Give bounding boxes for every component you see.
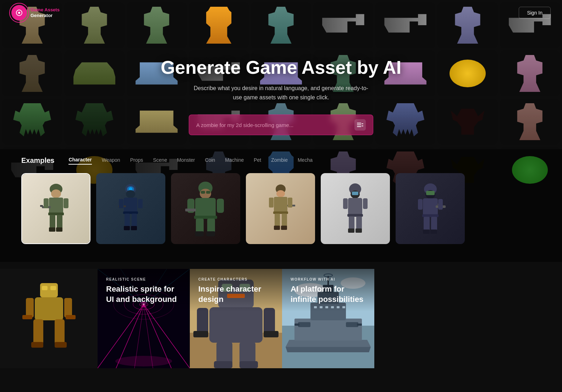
navbar: Game Assets Generator Sign In <box>0 0 562 26</box>
svg-rect-138 <box>294 324 299 326</box>
sign-in-button[interactable]: Sign In <box>519 7 551 19</box>
svg-rect-54 <box>269 198 274 208</box>
svg-rect-6 <box>362 126 363 126</box>
svg-rect-23 <box>124 198 137 212</box>
svg-rect-48 <box>273 211 288 214</box>
hero-subtitle: Describe what you desire in natural lang… <box>0 84 562 102</box>
svg-rect-73 <box>431 217 437 231</box>
character-sprite-5 <box>338 181 372 236</box>
svg-point-109 <box>115 356 172 366</box>
feature-card-workflow[interactable]: WORKFLOW WITH AI AI platform for infinit… <box>282 269 374 368</box>
svg-rect-78 <box>418 199 423 210</box>
svg-rect-52 <box>281 226 287 230</box>
feature-card-content-3: WORKFLOW WITH AI AI platform for infinit… <box>282 269 374 313</box>
feature-title-2: Inspire character design <box>198 284 274 304</box>
svg-rect-25 <box>125 214 130 227</box>
svg-rect-12 <box>57 215 62 228</box>
svg-rect-63 <box>348 228 354 233</box>
svg-point-33 <box>200 189 211 199</box>
svg-rect-65 <box>343 198 348 209</box>
svg-rect-34 <box>201 191 205 194</box>
svg-rect-28 <box>131 226 137 230</box>
svg-rect-86 <box>22 315 32 319</box>
svg-point-46 <box>276 190 285 197</box>
tab-mecha[interactable]: Mecha <box>298 157 313 164</box>
svg-rect-59 <box>348 198 362 215</box>
svg-rect-124 <box>239 361 258 368</box>
svg-rect-131 <box>294 319 362 341</box>
feature-title-1: Realistic sprite for UI and background <box>106 284 181 304</box>
tab-scene[interactable]: Scene <box>153 157 167 164</box>
svg-rect-91 <box>55 342 67 348</box>
character-sprite-1 <box>38 181 74 236</box>
svg-rect-82 <box>50 286 56 290</box>
left-mech-figure <box>21 280 77 358</box>
svg-rect-88 <box>33 319 43 344</box>
svg-point-0 <box>16 10 22 16</box>
examples-header: Examples Character Weapon Props Scene Mo… <box>21 156 541 165</box>
svg-marker-129 <box>286 340 371 347</box>
svg-rect-37 <box>194 216 217 219</box>
logo-area: Game Assets Generator <box>11 5 60 21</box>
svg-rect-71 <box>422 214 439 217</box>
svg-rect-47 <box>274 197 287 212</box>
tab-character[interactable]: Character <box>68 157 92 165</box>
svg-point-22 <box>126 190 135 198</box>
tab-zombie[interactable]: Zombie <box>271 157 288 164</box>
svg-rect-79 <box>438 199 443 210</box>
character-card-5[interactable] <box>321 173 390 244</box>
feature-card-characters[interactable]: CREATE CHARACTERS Inspire character desi… <box>190 269 282 368</box>
feature-badge-1: REALISTIC SCENE <box>106 277 181 281</box>
svg-marker-130 <box>286 347 371 352</box>
search-submit-button[interactable] <box>354 119 366 131</box>
feature-badge-3: WORKFLOW WITH AI <box>291 277 366 281</box>
feature-card-content-2: CREATE CHARACTERS Inspire character desi… <box>190 269 282 313</box>
search-input[interactable] <box>196 122 354 128</box>
svg-rect-90 <box>31 342 43 348</box>
svg-rect-31 <box>138 199 143 208</box>
tab-weapon[interactable]: Weapon <box>102 157 120 164</box>
svg-rect-72 <box>424 217 430 231</box>
svg-rect-35 <box>206 191 210 194</box>
character-card-4[interactable] <box>246 173 315 244</box>
svg-rect-140 <box>357 324 362 326</box>
tab-props[interactable]: Props <box>130 157 143 164</box>
feature-section: REALISTIC SCENE Realistic sprite for UI … <box>0 269 562 368</box>
character-card-3[interactable] <box>171 173 240 244</box>
svg-rect-119 <box>193 331 208 337</box>
svg-rect-9 <box>49 198 63 214</box>
examples-title: Examples <box>21 156 54 165</box>
svg-rect-43 <box>217 199 224 213</box>
character-card-1[interactable] <box>21 173 90 244</box>
svg-rect-75 <box>430 230 437 234</box>
tab-monster[interactable]: Monster <box>177 157 195 164</box>
svg-rect-60 <box>347 214 363 217</box>
svg-rect-27 <box>124 226 130 230</box>
logo-icon <box>11 5 27 21</box>
svg-rect-70 <box>423 198 438 215</box>
svg-rect-49 <box>275 214 280 227</box>
feature-card-realistic-scene[interactable]: REALISTIC SCENE Realistic sprite for UI … <box>98 269 190 368</box>
tab-coin[interactable]: Coin <box>205 157 215 164</box>
svg-rect-18 <box>64 198 68 208</box>
svg-rect-69 <box>426 191 435 195</box>
svg-rect-80 <box>40 283 58 297</box>
svg-rect-38 <box>196 219 204 233</box>
character-card-6[interactable] <box>396 173 465 244</box>
svg-rect-40 <box>195 231 204 236</box>
svg-rect-5 <box>362 123 363 124</box>
svg-rect-87 <box>66 315 76 319</box>
svg-point-1 <box>18 12 20 14</box>
svg-rect-17 <box>44 198 49 208</box>
svg-rect-85 <box>64 298 72 318</box>
tab-pet[interactable]: Pet <box>254 157 261 164</box>
examples-section: Examples Character Weapon Props Scene Mo… <box>0 149 562 262</box>
svg-point-8 <box>51 189 61 198</box>
tab-machine[interactable]: Machine <box>225 157 244 164</box>
examples-tabs: Character Weapon Props Scene Monster Coi… <box>68 157 313 165</box>
character-card-2[interactable] <box>96 173 165 244</box>
svg-rect-4 <box>357 126 361 127</box>
svg-rect-13 <box>49 227 55 232</box>
svg-rect-24 <box>123 211 138 214</box>
search-box <box>189 115 373 135</box>
